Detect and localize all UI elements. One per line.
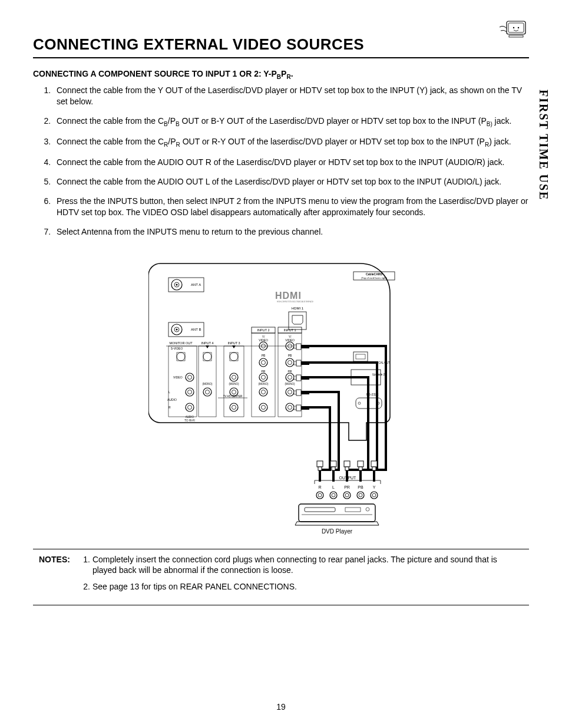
svg-rect-35 <box>296 344 301 350</box>
note-1: Completely insert the connection cord pl… <box>92 554 523 575</box>
svg-point-42 <box>288 360 292 364</box>
svg-text:AUDIO: AUDIO <box>186 416 194 419</box>
svg-text:PR: PR <box>344 485 350 489</box>
svg-point-72 <box>286 388 294 396</box>
svg-rect-140 <box>305 508 335 512</box>
svg-rect-74 <box>294 391 296 394</box>
svg-point-49 <box>232 375 236 379</box>
label-ant-b: ANT B <box>191 328 201 331</box>
svg-rect-4 <box>509 35 523 37</box>
svg-point-16 <box>176 328 178 330</box>
step-4: Connect the cable from the AUDIO OUT R o… <box>53 157 529 168</box>
svg-rect-113 <box>345 467 349 470</box>
svg-rect-56 <box>294 376 296 380</box>
svg-point-41 <box>286 358 294 367</box>
svg-point-135 <box>357 492 364 499</box>
label-cablecard: CableCARD <box>366 272 382 276</box>
svg-rect-76 <box>301 391 309 394</box>
svg-point-132 <box>332 493 335 497</box>
svg-text:Upgrade 2: Upgrade 2 <box>372 373 385 376</box>
svg-text:R: R <box>168 406 171 409</box>
label-input3: INPUT 3 <box>228 341 240 345</box>
step-6: Press the the INPUTS button, then select… <box>53 196 529 218</box>
svg-point-73 <box>288 390 292 394</box>
svg-rect-107 <box>318 467 322 470</box>
svg-rect-58 <box>301 376 309 380</box>
svg-point-138 <box>372 493 376 497</box>
notes-label: NOTES: <box>39 554 70 598</box>
title-rule <box>33 57 529 58</box>
svg-rect-87 <box>294 406 296 410</box>
page-number: 19 <box>0 702 562 711</box>
svg-point-67 <box>206 390 210 394</box>
label-audio: AUDIO <box>167 398 177 401</box>
svg-rect-114 <box>346 470 348 474</box>
label-input1: INPUT 1 <box>284 328 296 332</box>
svg-point-40 <box>262 360 266 364</box>
svg-rect-45 <box>301 361 309 365</box>
svg-rect-92 <box>168 346 197 417</box>
svg-rect-110 <box>332 467 335 470</box>
svg-point-104 <box>358 402 361 404</box>
svg-text:(MONO): (MONO) <box>203 383 213 386</box>
svg-rect-116 <box>359 467 362 470</box>
label-hdmi: HDMI 1 <box>292 307 304 310</box>
svg-rect-57 <box>296 375 301 381</box>
svg-rect-89 <box>301 406 309 410</box>
svg-rect-118 <box>371 461 377 467</box>
svg-point-39 <box>259 358 267 367</box>
svg-point-55 <box>288 375 292 379</box>
svg-point-85 <box>286 403 294 411</box>
label-output: OUTPUT <box>339 476 357 480</box>
svg-text:PB: PB <box>358 485 363 489</box>
step-5: Connect the cable from the AUDIO OUT L o… <box>53 176 529 187</box>
connection-diagram: CableCARD (Top of card faces right) ANT … <box>148 252 414 535</box>
svg-point-52 <box>259 373 267 381</box>
svg-point-66 <box>203 388 211 396</box>
svg-point-46 <box>186 373 194 381</box>
svg-text:R: R <box>318 485 321 489</box>
svg-point-47 <box>188 375 192 379</box>
svg-rect-119 <box>372 467 376 470</box>
svg-text:PB: PB <box>288 354 292 357</box>
svg-rect-109 <box>330 461 336 467</box>
svg-text:VIDEO: VIDEO <box>285 338 295 342</box>
svg-point-70 <box>259 388 267 396</box>
svg-point-80 <box>188 405 192 409</box>
svg-rect-97 <box>353 352 368 361</box>
tv-cartoon-icon <box>496 18 529 39</box>
label-svideo: S-VIDEO <box>171 347 183 350</box>
label-cablecard-sub: (Top of card faces right) <box>361 276 388 279</box>
label-video: VIDEO <box>173 375 183 379</box>
svg-text:(MONO): (MONO) <box>259 383 269 386</box>
svg-point-53 <box>262 375 266 379</box>
svg-text:(MONO): (MONO) <box>285 383 295 386</box>
svideo-jacks <box>177 353 238 361</box>
svg-point-84 <box>262 405 266 409</box>
svg-rect-108 <box>319 470 321 474</box>
svg-rect-115 <box>358 461 363 467</box>
step-7: Select Antenna from the INPUTS menu to r… <box>53 226 529 238</box>
svg-point-83 <box>259 403 267 411</box>
label-dvd-player: DVD Player <box>322 528 353 535</box>
svg-point-54 <box>286 373 294 381</box>
svg-text:Y: Y <box>373 485 376 489</box>
svg-text:(MONO): (MONO) <box>229 383 239 386</box>
svg-text:PB: PB <box>262 354 266 357</box>
svg-point-65 <box>188 390 192 394</box>
note-2: See page 13 for tips on REAR PANEL CONNE… <box>92 581 523 592</box>
svg-point-48 <box>230 373 238 381</box>
svg-point-129 <box>316 492 323 499</box>
label-ant-a: ANT A <box>191 283 201 286</box>
svg-rect-44 <box>296 360 301 366</box>
svg-text:HDMI: HDMI <box>275 291 302 301</box>
svg-point-134 <box>345 493 349 497</box>
svg-rect-120 <box>373 470 375 474</box>
steps-list: Connect the cable from the Y OUT of the … <box>33 85 529 238</box>
svg-text:L: L <box>332 485 335 489</box>
svg-rect-12 <box>289 312 306 330</box>
notes-box: NOTES: Completely insert the connection … <box>33 549 529 606</box>
svg-rect-36 <box>301 345 309 348</box>
svg-text:PR: PR <box>262 370 266 373</box>
step-2: Connect the cable from the CB/PB OUT or … <box>53 116 529 128</box>
